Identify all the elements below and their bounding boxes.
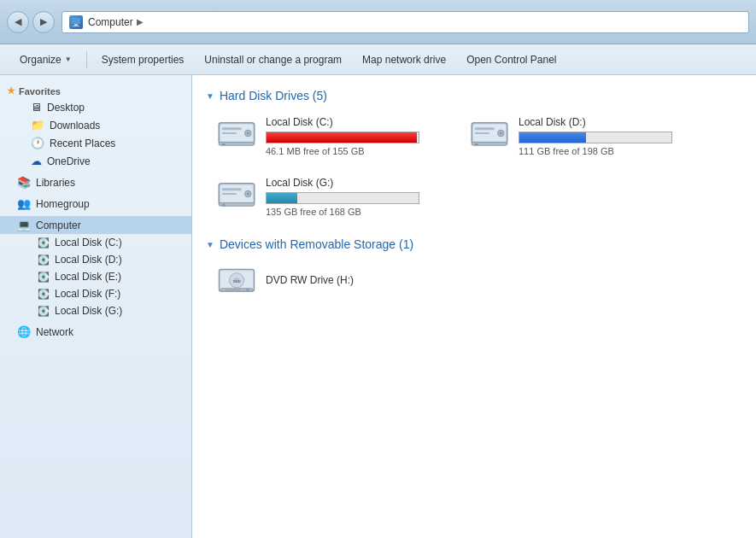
libraries-label: Libraries xyxy=(36,177,75,189)
sidebar-item-disk-c[interactable]: 💽 Local Disk (C:) xyxy=(0,234,191,251)
computer-label: Computer xyxy=(36,219,81,231)
organize-label: Organize xyxy=(20,54,62,66)
hard-disk-collapse-arrow[interactable]: ▼ xyxy=(206,91,214,101)
disk-e-label: Local Disk (E:) xyxy=(55,271,121,283)
uninstall-button[interactable]: Uninstall or change a program xyxy=(195,48,351,72)
favorites-header[interactable]: ★ Favorites xyxy=(0,82,191,98)
star-icon: ★ xyxy=(7,85,15,96)
homegroup-label: Homegroup xyxy=(36,198,90,210)
drive-d-info: Local Disk (D:) 111 GB free of 198 GB xyxy=(519,116,701,156)
disk-f-label: Local Disk (F:) xyxy=(55,288,120,300)
hard-disk-section-header: ▼ Hard Disk Drives (5) xyxy=(206,89,742,102)
svg-rect-24 xyxy=(222,193,237,195)
disk-c-label: Local Disk (C:) xyxy=(55,237,122,249)
disk-c-icon: 💽 xyxy=(38,237,50,249)
disk-g-label: Local Disk (G:) xyxy=(55,305,122,317)
sidebar-item-homegroup[interactable]: 👥 Homegroup xyxy=(0,195,191,213)
drive-d-free: 111 GB free of 198 GB xyxy=(519,146,701,156)
svg-point-14 xyxy=(500,132,502,135)
disk-g-icon: 💽 xyxy=(38,306,50,317)
sidebar-section-homegroup: 👥 Homegroup xyxy=(0,195,191,213)
recent-places-icon: 🕐 xyxy=(31,137,44,149)
sidebar-item-disk-d[interactable]: 💽 Local Disk (D:) xyxy=(0,251,191,268)
network-icon: 🌐 xyxy=(17,325,31,338)
drive-item-c[interactable]: Local Disk (C:) 46.1 MB free of 155 GB xyxy=(213,113,452,160)
favorites-label: Favorites xyxy=(19,86,61,96)
removable-collapse-arrow[interactable]: ▼ xyxy=(206,240,214,249)
sidebar-item-downloads[interactable]: 📁 Downloads xyxy=(0,116,191,134)
downloads-icon: 📁 xyxy=(31,119,44,132)
sidebar-item-recent-places[interactable]: 🕐 Recent Places xyxy=(0,134,191,152)
map-network-label: Map network drive xyxy=(362,54,446,66)
svg-rect-23 xyxy=(222,188,242,190)
sidebar-section-favorites: ★ Favorites 🖥 Desktop 📁 Downloads 🕐 Rece… xyxy=(0,82,191,170)
open-control-panel-button[interactable]: Open Control Panel xyxy=(457,48,566,72)
drive-d-icon xyxy=(469,116,510,150)
drive-g-bar-container xyxy=(266,192,419,204)
svg-point-18 xyxy=(475,143,478,146)
drive-d-bar xyxy=(519,132,586,143)
disk-f-icon: 💽 xyxy=(38,289,50,300)
svg-rect-15 xyxy=(475,127,495,130)
address-computer: Computer xyxy=(88,16,133,28)
drive-item-d[interactable]: Local Disk (D:) 111 GB free of 198 GB xyxy=(466,113,705,160)
svg-rect-16 xyxy=(475,132,489,134)
svg-point-22 xyxy=(247,193,249,196)
sidebar-item-network[interactable]: 🌐 Network xyxy=(0,323,191,341)
sidebar-item-desktop[interactable]: 🖥 Desktop xyxy=(0,98,191,116)
svg-text:DVD: DVD xyxy=(233,279,241,284)
computer-sidebar-icon: 💻 xyxy=(17,219,31,231)
dvd-drive-name: DVD RW Drive (H:) xyxy=(266,274,739,286)
drive-c-bar-container xyxy=(266,132,419,143)
drive-c-bar xyxy=(267,132,417,143)
drive-c-name: Local Disk (C:) xyxy=(266,116,448,128)
removable-section-title: Devices with Removable Storage (1) xyxy=(220,237,413,251)
toolbar: Organize ▼ System properties Uninstall o… xyxy=(0,44,756,75)
sidebar-item-libraries[interactable]: 📚 Libraries xyxy=(0,173,191,191)
drive-g-free: 135 GB free of 168 GB xyxy=(266,207,448,217)
drive-c-free: 46.1 MB free of 155 GB xyxy=(266,146,448,156)
address-bar[interactable]: Computer ▶ xyxy=(62,11,749,33)
svg-rect-0 xyxy=(72,18,80,24)
desktop-icon: 🖥 xyxy=(31,101,42,114)
sidebar-item-disk-f[interactable]: 💽 Local Disk (F:) xyxy=(0,285,191,302)
system-properties-label: System properties xyxy=(102,54,185,66)
dvd-drive-item[interactable]: DVD DVD RW Drive (H:) xyxy=(213,261,742,302)
desktop-label: Desktop xyxy=(47,102,85,114)
uninstall-label: Uninstall or change a program xyxy=(204,54,342,66)
back-button[interactable]: ◀ xyxy=(7,11,29,33)
downloads-label: Downloads xyxy=(50,120,100,132)
toolbar-separator-1 xyxy=(86,51,87,68)
forward-button[interactable]: ▶ xyxy=(32,11,55,33)
disk-d-icon: 💽 xyxy=(38,254,50,266)
drive-g-name: Local Disk (G:) xyxy=(266,177,448,189)
sidebar-item-computer[interactable]: 💻 Computer xyxy=(0,216,191,234)
sidebar-item-onedrive[interactable]: ☁ OneDrive xyxy=(0,152,191,170)
drives-grid: Local Disk (C:) 46.1 MB free of 155 GB xyxy=(206,113,742,220)
open-control-panel-label: Open Control Panel xyxy=(466,54,556,66)
map-network-button[interactable]: Map network drive xyxy=(353,48,455,72)
dvd-icon: DVD xyxy=(216,265,257,299)
drive-g-icon xyxy=(216,177,257,211)
drive-c-info: Local Disk (C:) 46.1 MB free of 155 GB xyxy=(266,116,448,156)
homegroup-icon: 👥 xyxy=(17,197,31,210)
system-properties-button[interactable]: System properties xyxy=(92,48,194,72)
main-layout: ★ Favorites 🖥 Desktop 📁 Downloads 🕐 Rece… xyxy=(0,75,756,538)
organize-dropdown-arrow: ▼ xyxy=(65,56,72,63)
drive-item-g[interactable]: Local Disk (G:) 135 GB free of 168 GB xyxy=(213,173,452,220)
onedrive-label: OneDrive xyxy=(47,155,91,167)
svg-rect-34 xyxy=(226,289,240,290)
sidebar-item-disk-e[interactable]: 💽 Local Disk (E:) xyxy=(0,268,191,285)
svg-rect-8 xyxy=(222,132,237,134)
organize-button[interactable]: Organize ▼ xyxy=(10,48,81,72)
recent-places-label: Recent Places xyxy=(50,137,115,149)
svg-point-26 xyxy=(222,204,226,207)
sidebar-item-disk-g[interactable]: 💽 Local Disk (G:) xyxy=(0,302,191,319)
sidebar-section-computer: 💻 Computer 💽 Local Disk (C:) 💽 Local Dis… xyxy=(0,216,191,319)
svg-rect-2 xyxy=(73,26,79,26)
drive-g-info: Local Disk (G:) 135 GB free of 168 GB xyxy=(266,177,448,217)
svg-point-6 xyxy=(247,132,249,135)
libraries-icon: 📚 xyxy=(17,176,31,189)
sidebar-section-libraries: 📚 Libraries xyxy=(0,173,191,191)
hard-disk-section-title: Hard Disk Drives (5) xyxy=(220,89,327,102)
